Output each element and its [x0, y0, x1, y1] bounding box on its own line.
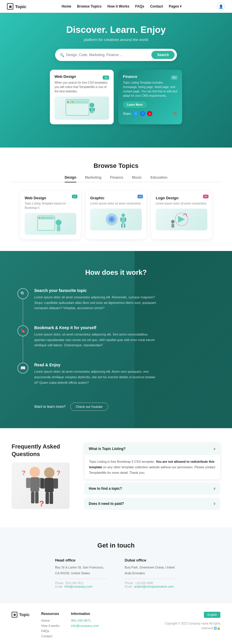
faq-question-1[interactable]: How to find a topic? ∨ — [84, 482, 220, 495]
footer-copyright: Copyright © 2023 Company name All rights… — [162, 621, 220, 631]
tab-marketing[interactable]: Marketing — [85, 175, 102, 182]
nav-links: Home Browse Topics How it Works FAQs Con… — [61, 4, 182, 8]
svg-rect-23 — [121, 224, 123, 228]
how-step-2-content: Read & Enjoy Lorem ipsum dolor sit amet … — [34, 363, 157, 385]
tab-design[interactable]: Design — [65, 175, 76, 182]
svg-point-11 — [39, 217, 40, 218]
footer-resources-title: Resources — [41, 612, 59, 616]
topic-card-1-title: Graphic — [90, 196, 142, 200]
footer-information-title: Information — [71, 612, 99, 616]
twitter-share[interactable]: t — [133, 111, 138, 116]
pinterest-share[interactable]: p — [147, 111, 152, 116]
svg-rect-15 — [57, 225, 60, 231]
svg-point-3 — [69, 101, 71, 103]
topic-card-2-desc: Lorem ipsum dolor sit amet consectetur — [156, 201, 207, 206]
svg-rect-8 — [94, 108, 95, 111]
svg-rect-38 — [46, 492, 49, 504]
user-avatar[interactable]: 👤 — [217, 2, 225, 10]
faq-question-0[interactable]: What is Topic Listing? ∧ — [84, 443, 220, 455]
how-section: How does it work? 🔍 Search your favourit… — [0, 251, 232, 428]
svg-point-12 — [40, 217, 41, 218]
svg-rect-33 — [35, 492, 39, 503]
footer-information: Information 981-249-3871 info@company.co… — [71, 612, 99, 629]
svg-point-5 — [90, 103, 94, 107]
topic-card-0-image — [25, 213, 76, 235]
logo[interactable]: ▣ Topic — [7, 3, 26, 10]
svg-point-13 — [42, 217, 43, 218]
topic-card-0-badge: 11 — [72, 195, 77, 198]
nav-item-faqs[interactable]: FAQs — [135, 4, 144, 8]
how-cta: Want to learn more? Check out Youtube — [17, 403, 215, 411]
how-step-2-text: Lorem ipsum dolor sit amet consectetur a… — [34, 369, 157, 385]
hero-cards: Web Design 18 When you search for free C… — [26, 70, 206, 124]
topic-card-1-desc: Lorem ipsum dolor sit amet consectetur — [90, 201, 142, 206]
hero-subtitle: platform for creatives around the world — [7, 37, 225, 42]
hero-card-finance: Finance 21 Topic Listing Template includ… — [118, 70, 182, 124]
topic-card-0-title: Web Design — [25, 196, 76, 200]
nav-item-contact[interactable]: Contact — [150, 4, 163, 8]
navbar: ▣ Topic Home Browse Topics How it Works … — [0, 0, 232, 13]
learn-more-button[interactable]: Learn More — [123, 101, 147, 108]
svg-rect-27 — [171, 224, 174, 228]
office-dubai: Dubai office Burj Park, Downtown Dubai, … — [125, 558, 177, 588]
svg-point-18 — [110, 218, 113, 221]
office-head-title: Head office — [55, 558, 107, 562]
footer-info-email[interactable]: info@company.com — [71, 624, 99, 627]
how-step-1-content: Bookmark & Keep it for yourself Lorem ip… — [34, 325, 157, 348]
facebook-share[interactable]: f — [140, 111, 145, 116]
how-cta-text: Want to learn more? — [34, 405, 66, 409]
svg-rect-36 — [41, 478, 45, 489]
office-head-contact: Phone 010-249-7811 Email info@company.co… — [55, 581, 107, 588]
faq-item-2: Does it need to paid? ∨ — [84, 498, 220, 510]
office-head: Head office Bay St & Larkin St, San Fran… — [55, 558, 107, 588]
svg-rect-35 — [45, 478, 54, 492]
hero-section: Discover. Learn. Enjoy platform for crea… — [0, 13, 232, 148]
nav-item-how[interactable]: How it Works — [107, 4, 129, 8]
checkout-youtube-button[interactable]: Check out Youtube — [70, 403, 108, 411]
footer-resources: Resources Home How it works FAQs Contact — [41, 612, 59, 640]
language-button[interactable]: English — [204, 612, 220, 618]
bookmark-icon[interactable]: 🔖 — [173, 112, 177, 116]
topic-card-0-desc: Topic Listing Template based on Bootstra… — [25, 201, 76, 210]
share-row: Share: t f p 🔖 — [123, 111, 177, 116]
footer-link-how[interactable]: How it works — [41, 624, 59, 627]
footer-logo: ▣ Topic — [12, 612, 30, 618]
hero-title: Discover. Learn. Enjoy — [7, 24, 225, 35]
tab-education[interactable]: Education — [151, 175, 167, 182]
topic-card-0: 11 Web Design Topic Listing Template bas… — [20, 191, 81, 239]
footer-right-col: English Copyright © 2023 Company name Al… — [162, 612, 220, 631]
footer-link-contact[interactable]: Contact — [41, 634, 59, 638]
office-dubai-contact: Phone 110-526-3890 Email arabic@companyn… — [125, 581, 177, 588]
footer-link-home[interactable]: Home — [41, 619, 59, 622]
hero-card-left-badge: 18 — [103, 76, 109, 80]
step-connector — [23, 336, 23, 362]
svg-point-19 — [122, 214, 125, 217]
search-input[interactable] — [66, 53, 151, 57]
tab-music[interactable]: Music — [132, 175, 142, 182]
topic-card-2-badge: 09 — [203, 195, 209, 198]
nav-item-home[interactable]: Home — [61, 4, 71, 8]
nav-item-browse[interactable]: Browse Topics — [77, 4, 102, 8]
step-connector — [23, 299, 23, 325]
how-step-0: 🔍 Search your favourite topic Lorem ipsu… — [17, 288, 157, 311]
footer-info-phone[interactable]: 981-249-3871 — [71, 619, 99, 622]
svg-point-28 — [30, 467, 40, 477]
bookmark-icon: 🔖 — [17, 325, 28, 336]
tab-finance[interactable]: Finance — [110, 175, 123, 182]
contact-offices: Head office Bay St & Larkin St, San Fran… — [12, 558, 220, 588]
svg-rect-29 — [30, 477, 39, 492]
logo-icon: ▣ — [7, 3, 13, 10]
svg-rect-20 — [122, 217, 125, 224]
nav-item-pages[interactable]: Pages ▾ — [169, 4, 182, 8]
hero-card-left-title: Web Design — [55, 74, 76, 79]
search-button[interactable]: Search — [151, 51, 175, 59]
footer-link-faqs[interactable]: FAQs — [41, 629, 59, 633]
faq-answer-0: Topic Listing is free Bootstrap 5 CSS te… — [84, 455, 220, 480]
chevron-down-icon: ▾ — [180, 4, 182, 8]
faq-question-2[interactable]: Does it need to paid? ∨ — [84, 498, 220, 510]
svg-point-14 — [56, 220, 61, 225]
how-step-2: 📖 Read & Enjoy Lorem ipsum dolor sit ame… — [17, 363, 157, 385]
contact-title: Get in touch — [12, 542, 220, 549]
search-icon: 🔍 — [17, 288, 28, 299]
svg-text:?: ? — [39, 499, 44, 508]
